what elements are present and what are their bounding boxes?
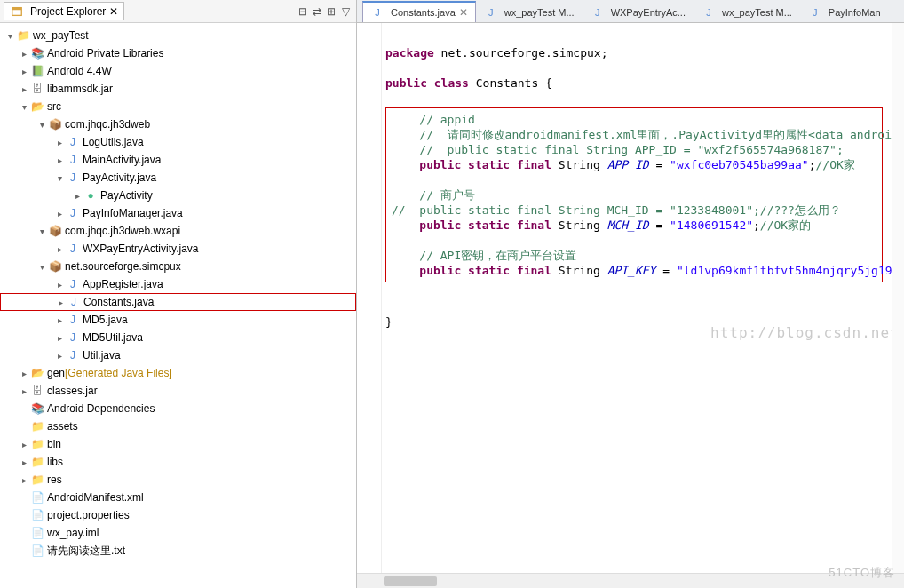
tree-item[interactable]: 📄请先阅读这里.txt — [0, 542, 356, 560]
folder-icon: 📁 — [30, 455, 44, 469]
java-file-icon: J — [484, 5, 498, 20]
library-icon: 📚 — [30, 46, 44, 60]
tree-item[interactable]: ▸JAppRegister.java — [0, 275, 356, 293]
tree-item[interactable]: ▸JLogUtils.java — [0, 133, 356, 151]
tree-item[interactable]: 📄AndroidManifest.xml — [0, 489, 356, 506]
editor-tab[interactable]: Jwx_payTest M... — [694, 2, 800, 22]
java-file-icon: J — [702, 5, 716, 20]
tree-item[interactable]: 📄wx_pay.iml — [0, 524, 356, 542]
java-file-icon: J — [808, 5, 822, 20]
project-icon: 📁 — [16, 28, 30, 43]
source-folder-icon: 📂 — [30, 99, 44, 114]
java-file-icon: J — [370, 5, 385, 20]
code-editor[interactable]: package net.sourceforge.simcpux; public … — [357, 23, 904, 573]
overview-ruler[interactable] — [892, 23, 904, 573]
class-icon: ● — [83, 188, 98, 203]
tree-item[interactable]: ▸JWXPayEntryActivity.java — [0, 240, 356, 258]
android-icon: 📗 — [30, 64, 44, 78]
collapse-all-icon[interactable]: ⊟ — [296, 4, 310, 19]
jar-icon: 🗄 — [30, 384, 44, 398]
tree-item[interactable]: ▸📗Android 4.4W — [0, 62, 356, 80]
project-tree[interactable]: ▾📁wx_payTest ▸📚Android Private Libraries… — [0, 23, 356, 588]
tree-item-package[interactable]: ▾📦com.jhqc.jh3dweb — [0, 115, 356, 133]
tree-item[interactable]: ▸JMD5.java — [0, 311, 356, 329]
tree-item-package[interactable]: ▾📦net.sourceforge.simcpux — [0, 258, 356, 275]
package-icon: 📦 — [48, 224, 62, 238]
close-icon[interactable]: ✕ — [459, 6, 468, 19]
xml-file-icon: 📄 — [30, 490, 44, 505]
focus-icon[interactable]: ⊞ — [324, 4, 338, 19]
tree-item[interactable]: ▸JMD5Util.java — [0, 329, 356, 346]
explorer-header: Project Explorer ✕ ⊟ ⇄ ⊞ ▽ — [0, 0, 356, 23]
editor-tab[interactable]: JWXPayEntryAc... — [583, 2, 694, 22]
horizontal-scrollbar[interactable] — [357, 573, 904, 588]
tree-item[interactable]: 📄project.properties — [0, 506, 356, 524]
project-root[interactable]: ▾📁wx_payTest — [0, 27, 356, 44]
editor-tab[interactable]: JPayInfoMan — [800, 2, 889, 22]
editor-tab[interactable]: Jwx_payTest M... — [476, 2, 583, 22]
java-file-icon: J — [66, 206, 80, 220]
explorer-tab[interactable]: Project Explorer ✕ — [4, 2, 124, 20]
java-file-icon: J — [67, 295, 81, 309]
text-file-icon: 📄 — [30, 544, 44, 558]
watermark: http://blog.csdn.net/qq_24529085 — [710, 325, 892, 340]
editor-gutter — [357, 23, 382, 573]
library-icon: 📚 — [30, 401, 44, 416]
editor-tab-constants[interactable]: JConstants.java✕ — [362, 1, 476, 22]
java-file-icon: J — [66, 171, 80, 185]
view-menu-icon[interactable]: ▽ — [338, 4, 353, 19]
tree-item[interactable]: ▾JPayActivity.java — [0, 169, 356, 187]
tree-item[interactable]: ▸JUtil.java — [0, 346, 356, 364]
tree-item[interactable]: ▸📂gen [Generated Java Files] — [0, 364, 356, 382]
close-icon[interactable]: ✕ — [109, 5, 118, 18]
editor-tabs: JConstants.java✕ Jwx_payTest M... JWXPay… — [357, 0, 904, 23]
java-file-icon: J — [66, 330, 80, 345]
text-file-icon: 📄 — [30, 526, 44, 540]
link-editor-icon[interactable]: ⇄ — [310, 4, 324, 19]
tree-item[interactable]: ▸JMainActivity.java — [0, 151, 356, 169]
package-icon: 📦 — [48, 117, 62, 131]
folder-icon: 📁 — [30, 419, 44, 433]
tree-item-package[interactable]: ▾📦com.jhqc.jh3dweb.wxapi — [0, 222, 356, 240]
tree-item-src[interactable]: ▾📂src — [0, 98, 356, 115]
tree-item-constants[interactable]: ▸JConstants.java — [0, 293, 356, 311]
java-file-icon: J — [66, 153, 80, 167]
tree-item[interactable]: ▸🗄libammsdk.jar — [0, 80, 356, 98]
tree-item[interactable]: ▸●PayActivity — [0, 187, 356, 204]
java-file-icon: J — [66, 348, 80, 362]
java-file-icon: J — [591, 5, 605, 20]
tree-item[interactable]: ▸📚Android Private Libraries — [0, 44, 356, 62]
svg-rect-1 — [12, 8, 22, 11]
java-file-icon: J — [66, 313, 80, 327]
java-file-icon: J — [66, 135, 80, 149]
folder-icon: 📁 — [30, 437, 44, 451]
tree-item[interactable]: ▸📁bin — [0, 435, 356, 453]
package-icon: 📦 — [48, 259, 62, 274]
gen-folder-icon: 📂 — [30, 366, 44, 380]
explorer-title: Project Explorer — [30, 5, 106, 18]
tree-item[interactable]: ▸JPayInfoManager.java — [0, 204, 356, 222]
tree-item[interactable]: 📚Android Dependencies — [0, 400, 356, 417]
scrollbar-thumb[interactable] — [384, 576, 437, 586]
project-explorer-panel: Project Explorer ✕ ⊟ ⇄ ⊞ ▽ ▾📁wx_payTest … — [0, 0, 357, 588]
java-file-icon: J — [66, 277, 80, 291]
code-content[interactable]: package net.sourceforge.simcpux; public … — [382, 23, 892, 573]
folder-icon: 📁 — [30, 473, 44, 487]
java-file-icon: J — [66, 242, 80, 256]
navigator-icon — [10, 4, 24, 19]
editor-area: JConstants.java✕ Jwx_payTest M... JWXPay… — [357, 0, 904, 588]
tree-item[interactable]: ▸📁libs — [0, 453, 356, 471]
text-file-icon: 📄 — [30, 508, 44, 522]
jar-icon: 🗄 — [30, 82, 44, 96]
tree-item[interactable]: ▸📁res — [0, 471, 356, 489]
tree-item[interactable]: ▸🗄classes.jar — [0, 382, 356, 400]
tree-item[interactable]: 📁assets — [0, 417, 356, 435]
